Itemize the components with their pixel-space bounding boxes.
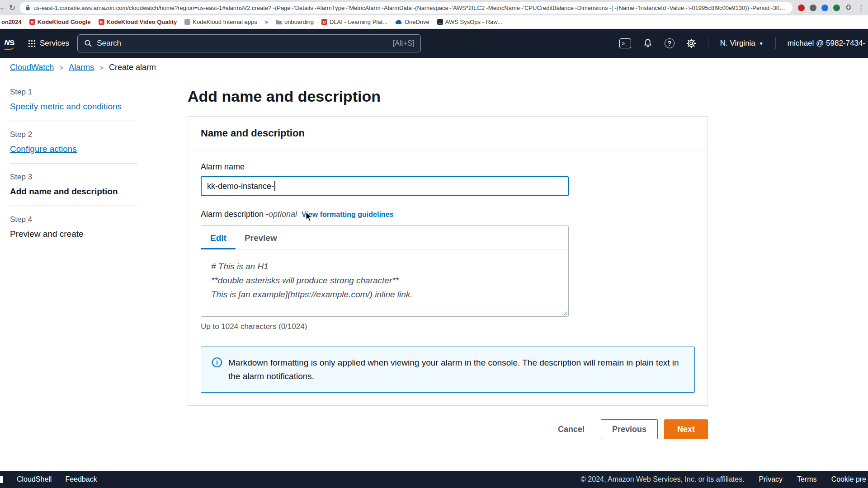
chevron-down-icon: ▼ [759,41,764,46]
aws-logo[interactable]: aws [5,37,20,50]
markdown-info-alert: i Markdown formatting is only applied wh… [201,347,695,393]
bookmark-aws-sysops[interactable]: AWS SysOps - Raw... [437,19,502,25]
search-placeholder: Search [97,39,121,48]
onedrive-cloud-icon [395,19,402,24]
text-caret [274,181,275,191]
footer-right: © 2024, Amazon Web Services, Inc. or its… [580,475,866,483]
bookmarks-overflow-chevron[interactable]: » [265,19,268,25]
address-bar[interactable]: us-east-1.console.aws.amazon.com/cloudwa… [20,2,793,14]
description-textarea[interactable]: # This is an H1 **double asterisks will … [201,249,568,316]
header-divider [708,38,708,49]
bookmark-kodekloud-google[interactable]: KKodeKloud Google [29,19,91,25]
markdown-placeholder-line: This is [an example](https://example.com… [211,287,558,301]
reload-icon[interactable]: ↻ [7,3,17,13]
bookmarks-bar: on2024 KKodeKloud Google KKodeKloud Vide… [0,15,868,29]
console-footer: CloudShell Feedback © 2024, Amazon Web S… [0,471,868,488]
bookmark-on2024[interactable]: on2024 [1,19,22,25]
character-limit-hint: Up to 1024 characters (0/1024) [201,322,695,331]
cloudshell-icon[interactable]: >_ [619,38,631,48]
app-grid-icon [28,40,36,47]
dlai-favicon: D [321,19,327,25]
footer-privacy-link[interactable]: Privacy [759,475,783,483]
extension-icon-grey[interactable] [810,5,816,11]
account-menu[interactable]: michael @ 5982-7434- [788,39,865,48]
wizard-steps-nav: Step 1 Specify metric and conditions Ste… [0,77,188,471]
description-label-row: Alarm description - optional View format… [201,210,695,219]
settings-gear-icon[interactable] [686,38,696,48]
wizard-step-4: Step 4 Preview and create [10,215,137,248]
info-icon: i [212,357,222,367]
next-button[interactable]: Next [664,419,708,439]
search-icon [84,39,92,47]
browser-toolbar: ← ↻ us-east-1.console.aws.amazon.com/clo… [0,0,868,15]
services-menu-button[interactable]: Services [28,39,69,48]
step-label: Step 3 [10,173,137,182]
url-text: us-east-1.console.aws.amazon.com/cloudwa… [33,5,787,11]
footer-cloudshell-link[interactable]: CloudShell [17,475,52,483]
description-editor: Edit Preview # This is an H1 **double as… [201,225,569,317]
footer-cookie-link[interactable]: Cookie pre [831,475,866,483]
step-link-specify-metric[interactable]: Specify metric and conditions [10,102,137,112]
editor-tabs: Edit Preview [201,226,568,249]
description-label: Alarm description - [201,210,269,219]
header-divider [775,38,776,49]
resize-handle[interactable] [562,310,567,315]
bookmark-folder-onboarding[interactable]: onboarding [276,19,314,25]
footer-copyright: © 2024, Amazon Web Services, Inc. or its… [580,475,744,483]
services-label: Services [40,39,69,48]
console-search-input[interactable]: Search [Alt+S] [77,34,421,52]
lock-icon [25,5,30,11]
bookmark-onedrive[interactable]: OneDrive [395,19,429,25]
footer-terms-link[interactable]: Terms [797,475,817,483]
tab-edit[interactable]: Edit [201,226,236,249]
wizard-step-2: Step 2 Configure actions [10,130,137,164]
info-alert-text: Markdown formatting is only applied when… [228,356,684,383]
card-body: Alarm name kk-demo-instance- Alarm descr… [188,150,708,405]
generic-favicon [184,19,190,25]
breadcrumb: CloudWatch > Alarms > Create alarm [0,58,868,77]
alarm-name-value: kk-demo-instance- [207,182,274,191]
main-panel: Add name and description Name and descri… [188,77,708,471]
bookmark-kodekloud-video-quality[interactable]: KKodeKloud Video Quality [99,19,177,25]
extension-icon-blue[interactable] [821,5,828,11]
kodekloud-favicon: K [99,19,104,25]
page-content: Step 1 Specify metric and conditions Ste… [0,77,868,471]
region-selector[interactable]: N. Virginia ▼ [720,39,764,48]
markdown-placeholder-line: **double asterisks will produce strong c… [211,273,558,287]
alarm-name-input[interactable]: kk-demo-instance- [201,176,569,196]
footer-left: CloudShell Feedback [0,475,97,483]
extension-icon-red[interactable] [798,5,805,11]
footer-feedback-link[interactable]: Feedback [65,475,97,483]
browser-menu-icon[interactable]: ⋮ [857,3,863,13]
previous-button[interactable]: Previous [601,419,658,439]
breadcrumb-alarms[interactable]: Alarms [69,63,94,72]
bookmark-kodekloud-internal-apps[interactable]: KodeKloud Internal apps [184,19,257,25]
card-header: Name and description [188,117,708,150]
cancel-button[interactable]: Cancel [548,419,594,439]
view-formatting-guidelines-link[interactable]: View formatting guidelines [302,211,393,219]
step-preview-and-create: Preview and create [10,229,137,239]
aws-favicon [437,19,443,25]
step-link-configure-actions[interactable]: Configure actions [10,144,137,154]
back-icon[interactable]: ← [0,3,5,12]
extension-icon-green[interactable] [833,5,840,11]
search-shortcut-hint: [Alt+S] [393,39,415,47]
step-current-add-name: Add name and description [10,187,137,197]
bookmark-dlai[interactable]: DDLAI - Learning Plat... [321,19,387,25]
wizard-step-1: Step 1 Specify metric and conditions [10,88,137,121]
breadcrumb-separator: > [59,64,63,71]
card-title: Name and description [201,127,695,139]
breadcrumb-cloudwatch[interactable]: CloudWatch [10,63,54,72]
aws-smile [5,46,14,50]
name-description-card: Name and description Alarm name kk-demo-… [188,116,708,406]
puzzle-extensions-icon[interactable] [845,4,852,11]
aws-console-header: aws Services Search [Alt+S] >_ ? [0,29,868,58]
help-icon[interactable]: ? [665,38,675,48]
step-label: Step 1 [10,88,137,97]
tab-preview[interactable]: Preview [236,226,286,249]
breadcrumb-separator: > [99,64,104,71]
notifications-bell-icon[interactable] [643,38,653,48]
markdown-placeholder-line: # This is an H1 [211,259,558,273]
step-label: Step 4 [10,215,137,224]
wizard-actions: Cancel Previous Next [188,419,708,439]
